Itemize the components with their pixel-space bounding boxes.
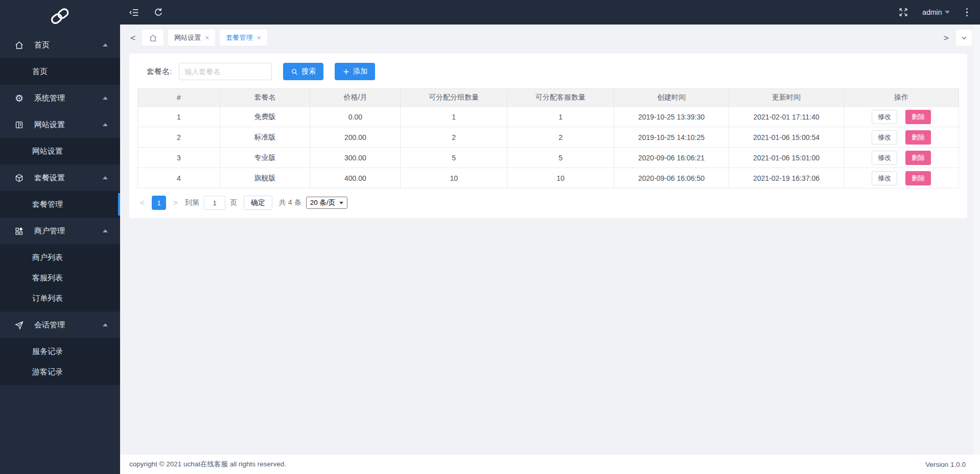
cell-price: 400.00 — [310, 168, 401, 188]
refresh-icon[interactable] — [153, 7, 164, 18]
table-row: 1 免费版 0.00 1 1 2019-10-25 13:39:30 2021-… — [138, 107, 959, 127]
cell-groups: 10 — [401, 168, 507, 188]
package-card: 套餐名: 搜索 添加 — [129, 54, 967, 218]
tab-label: 网站设置 — [174, 33, 201, 42]
more-options-icon[interactable] — [963, 7, 971, 18]
sidebar-item-label: 套餐管理 — [32, 200, 63, 209]
tab-website-settings[interactable]: 网站设置 × — [168, 30, 215, 46]
chevron-up-icon — [103, 229, 108, 232]
delete-button[interactable]: 删除 — [905, 151, 931, 165]
user-menu[interactable]: admin — [922, 8, 949, 16]
sidebar-item-merchant-list[interactable]: 商户列表 — [0, 247, 120, 268]
page-1-button[interactable]: 1 — [152, 196, 166, 210]
sidebar-group-session[interactable]: 会话管理 — [0, 312, 120, 338]
topbar: admin — [120, 0, 980, 25]
tabs-collapse-button[interactable] — [955, 29, 973, 46]
col-created: 创建时间 — [614, 89, 729, 107]
chevron-up-icon — [103, 323, 108, 326]
sidebar-item-label: 首页 — [32, 67, 48, 77]
sidebar: 首页 首页 ⚙ 系统管理 网站设置 网站设置 — [0, 0, 120, 474]
col-agents: 可分配客服数量 — [507, 89, 614, 107]
sidebar-item-label: 订单列表 — [32, 294, 63, 303]
page-size-select[interactable]: 20 条/页 — [306, 197, 348, 209]
sidebar-submenu-session: 服务记录 游客记录 — [0, 338, 120, 385]
logo — [0, 0, 120, 32]
close-icon[interactable]: × — [205, 34, 209, 41]
cell-groups: 2 — [401, 127, 507, 148]
content-area: 套餐名: 搜索 添加 — [120, 51, 980, 455]
app-root: 首页 首页 ⚙ 系统管理 网站设置 网站设置 — [0, 0, 980, 474]
footer: copyright © 2021 uchat在线客服 all rights re… — [120, 455, 980, 474]
confirm-button[interactable]: 确定 — [244, 196, 272, 210]
add-button[interactable]: 添加 — [335, 63, 375, 80]
col-groups: 可分配分组数量 — [401, 89, 507, 107]
search-icon — [291, 68, 298, 76]
cell-updated: 2021-01-06 15:01:00 — [729, 148, 844, 168]
sidebar-group-package[interactable]: 套餐设置 — [0, 164, 120, 191]
sidebar-item-label: 网站设置 — [32, 147, 63, 156]
tab-home[interactable] — [142, 30, 164, 46]
cell-agents: 2 — [507, 127, 614, 148]
sidebar-item-label: 游客记录 — [32, 367, 63, 377]
sidebar-submenu-package: 套餐管理 — [0, 191, 120, 218]
paper-plane-icon — [14, 320, 24, 330]
tab-package-management[interactable]: 套餐管理 × — [220, 30, 267, 46]
col-updated: 更新时间 — [729, 89, 844, 107]
cell-groups: 5 — [401, 148, 507, 168]
cell-name: 旗舰版 — [220, 168, 310, 188]
sidebar-group-home[interactable]: 首页 — [0, 32, 120, 58]
search-button-label: 搜索 — [301, 67, 316, 76]
sidebar-group-label: 会话管理 — [34, 320, 65, 330]
sidebar-group-merchant[interactable]: 商户管理 — [0, 218, 120, 244]
sidebar-item-order-list[interactable]: 订单列表 — [0, 288, 120, 309]
sidebar-submenu-merchant: 商户列表 客服列表 订单列表 — [0, 244, 120, 312]
delete-button[interactable]: 删除 — [905, 110, 931, 124]
sidebar-toggle-icon[interactable] — [128, 7, 139, 18]
scrollbar-track[interactable] — [973, 25, 980, 455]
tabs-scroll-left-icon[interactable]: < — [128, 33, 137, 43]
chevron-down-icon — [960, 34, 968, 42]
home-icon — [14, 40, 24, 50]
package-name-input[interactable] — [179, 63, 272, 80]
edit-button[interactable]: 修改 — [872, 130, 897, 145]
edit-button[interactable]: 修改 — [872, 151, 897, 165]
sidebar-item-label: 客服列表 — [32, 273, 63, 283]
sidebar-item-home[interactable]: 首页 — [0, 58, 120, 85]
cell-actions: 修改 删除 — [844, 107, 959, 127]
sidebar-item-agent-list[interactable]: 客服列表 — [0, 268, 120, 288]
sidebar-item-package-management[interactable]: 套餐管理 — [0, 191, 120, 218]
add-button-label: 添加 — [353, 67, 367, 76]
tabbar: < 网站设置 × 套餐管理 × > — [120, 25, 980, 51]
caret-down-icon — [945, 11, 950, 14]
edit-button[interactable]: 修改 — [872, 171, 897, 185]
sidebar-group-website[interactable]: 网站设置 — [0, 111, 120, 138]
topbar-left — [128, 7, 164, 18]
cell-price: 0.00 — [310, 107, 401, 127]
search-button[interactable]: 搜索 — [283, 63, 323, 80]
total-count: 共 4 条 — [279, 198, 301, 207]
goto-label: 到第 — [185, 198, 199, 207]
uchat-logo-icon — [46, 7, 74, 25]
chevron-up-icon — [103, 176, 108, 179]
topbar-right: admin — [898, 7, 971, 18]
username: admin — [922, 8, 942, 16]
sidebar-item-website-settings[interactable]: 网站设置 — [0, 138, 120, 164]
delete-button[interactable]: 删除 — [905, 171, 931, 185]
sidebar-group-system[interactable]: ⚙ 系统管理 — [0, 85, 120, 111]
sidebar-item-label: 商户列表 — [32, 253, 63, 263]
prev-page-icon[interactable]: < — [137, 198, 147, 207]
delete-button[interactable]: 删除 — [905, 130, 931, 145]
sidebar-item-visitor-records[interactable]: 游客记录 — [0, 362, 120, 382]
edit-button[interactable]: 修改 — [872, 110, 897, 124]
plus-icon — [342, 68, 350, 76]
cell-agents: 10 — [507, 168, 614, 188]
table-row: 3 专业版 300.00 5 5 2020-09-06 16:06:21 202… — [138, 148, 959, 168]
next-page-icon[interactable]: > — [171, 198, 180, 207]
cell-index: 4 — [138, 168, 220, 188]
sidebar-item-service-records[interactable]: 服务记录 — [0, 341, 120, 362]
close-icon[interactable]: × — [256, 34, 261, 41]
fullscreen-icon[interactable] — [898, 7, 909, 18]
tabs-scroll-right-icon[interactable]: > — [942, 33, 951, 43]
goto-page-input[interactable] — [204, 196, 225, 210]
cell-agents: 5 — [507, 148, 614, 168]
